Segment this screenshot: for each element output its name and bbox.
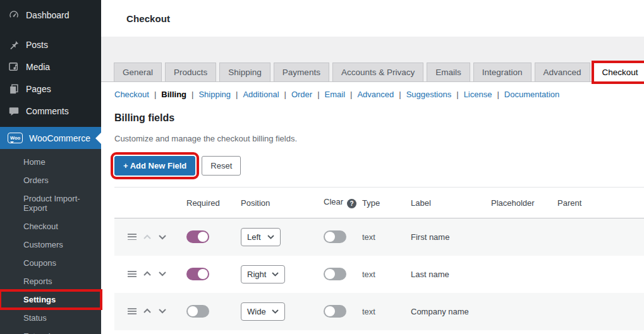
pushpin-icon [8,39,20,51]
sidebar-item-comments[interactable]: Comments [0,100,101,122]
sidebar-item-dashboard[interactable]: Dashboard [0,4,101,26]
add-new-field-button[interactable]: + Add New Field [114,156,195,176]
required-toggle[interactable] [186,230,209,243]
page-header: Checkout [101,0,644,37]
submenu-item-reports[interactable]: Reports [0,272,101,290]
submenu-item-checkout[interactable]: Checkout [0,217,101,236]
drag-handle-icon[interactable] [128,234,137,240]
field-label: Last name [411,270,449,279]
tab-emails[interactable]: Emails [427,63,470,82]
position-select[interactable]: Left [241,228,281,246]
controls-column-header [114,188,186,218]
submenu-item-extensions[interactable]: Extensions [0,327,101,334]
help-icon[interactable]: ? [347,199,356,208]
clear-toggle[interactable] [324,230,346,243]
submenu-item-product-import-export[interactable]: Product Import-Export [0,189,101,217]
chevron-down-icon [267,235,274,239]
checkout-subnav: Checkout Billing Shipping Additional Ord… [114,90,644,99]
sidebar-item-label: Posts [26,40,48,50]
field-label: Company name [411,307,469,316]
section-title: Billing fields [114,112,644,124]
required-toggle[interactable] [186,305,209,318]
admin-sidebar: Dashboard Posts Media Pages Comments Woo… [0,0,101,334]
sidebar-item-woocommerce[interactable]: Woo WooCommerce [0,127,101,149]
move-up-icon[interactable] [143,271,152,277]
dashboard-icon [8,9,20,21]
move-down-icon[interactable] [158,271,167,277]
submenu-item-customers[interactable]: Customers [0,236,101,254]
subnav-additional[interactable]: Additional [243,90,279,99]
parent-column-header: Parent [557,188,644,218]
placeholder-column-header: Placeholder [491,188,557,218]
field-type: text [362,307,375,316]
submenu-item-coupons[interactable]: Coupons [0,254,101,272]
submenu-item-orders[interactable]: Orders [0,171,101,189]
move-down-icon[interactable] [158,234,167,240]
submenu-item-home[interactable]: Home [0,153,101,171]
sidebar-item-label: Pages [26,84,51,94]
current-menu-arrow [95,133,101,144]
table-row-company-name: Wide text Company name [114,293,644,330]
subnav-email[interactable]: Email [325,90,346,99]
field-label: First name [411,232,449,242]
sidebar-item-label: WooCommerce [29,133,90,143]
field-type: text [362,270,375,279]
tab-checkout[interactable]: Checkout [593,63,644,82]
billing-fields-table: Required Position Clear? Type Label Plac… [114,187,644,330]
subnav-documentation[interactable]: Documentation [504,90,559,99]
clear-column-header: Clear? [324,188,362,218]
table-row-last-name: Right text Last name [114,256,644,293]
submenu-item-status[interactable]: Status [0,309,101,327]
move-down-icon[interactable] [158,308,167,314]
reset-button[interactable]: Reset [202,156,241,176]
type-column-header: Type [362,188,411,218]
subnav-billing[interactable]: Billing [161,90,186,99]
chevron-down-icon [272,309,279,314]
section-description: Customize and manage the checkout billin… [114,134,644,143]
field-type: text [362,232,375,242]
table-row-first-name: Left text First name [114,218,644,256]
submenu-item-settings[interactable]: Settings [0,290,101,309]
required-toggle[interactable] [186,268,209,280]
position-column-header: Position [241,188,324,218]
tab-shipping[interactable]: Shipping [219,63,270,82]
move-up-icon[interactable] [143,308,152,314]
position-select[interactable]: Wide [241,302,285,321]
sidebar-item-posts[interactable]: Posts [0,33,101,56]
main-content: Checkout General Products Shipping Payme… [101,0,644,334]
tab-advanced[interactable]: Advanced [535,63,590,82]
tab-accounts-privacy[interactable]: Accounts & Privacy [332,63,423,82]
drag-handle-icon[interactable] [128,271,137,277]
tab-payments[interactable]: Payments [274,63,329,82]
sidebar-item-media[interactable]: Media [0,56,101,78]
subnav-checkout[interactable]: Checkout [114,90,149,99]
subnav-order[interactable]: Order [291,90,312,99]
label-column-header: Label [411,188,491,218]
sidebar-item-label: Media [26,62,50,72]
table-header-row: Required Position Clear? Type Label Plac… [114,188,644,218]
subnav-advanced[interactable]: Advanced [357,90,394,99]
settings-tab-bar: General Products Shipping Payments Accou… [101,37,644,82]
required-column-header: Required [186,188,241,218]
woocommerce-submenu: Home Orders Product Import-Export Checko… [0,149,101,334]
media-icon [8,61,20,73]
tab-products[interactable]: Products [165,63,216,82]
clear-toggle[interactable] [324,305,346,318]
sidebar-item-label: Dashboard [26,10,70,20]
subnav-suggestions[interactable]: Suggestions [406,90,452,99]
clear-toggle[interactable] [324,268,346,280]
subnav-shipping[interactable]: Shipping [198,90,231,99]
drag-handle-icon[interactable] [128,308,137,314]
comment-bubble-icon [8,105,20,117]
sidebar-item-pages[interactable]: Pages [0,78,101,100]
move-up-icon[interactable] [143,234,152,240]
position-select[interactable]: Right [241,265,285,283]
tab-integration[interactable]: Integration [473,63,532,82]
page-title: Checkout [126,13,170,24]
subnav-license[interactable]: License [464,90,492,99]
pages-icon [8,83,20,95]
tab-general[interactable]: General [114,63,162,82]
fields-toolbar: + Add New Field Reset [114,156,644,176]
chevron-down-icon [272,272,279,277]
sidebar-item-label: Comments [26,106,69,116]
